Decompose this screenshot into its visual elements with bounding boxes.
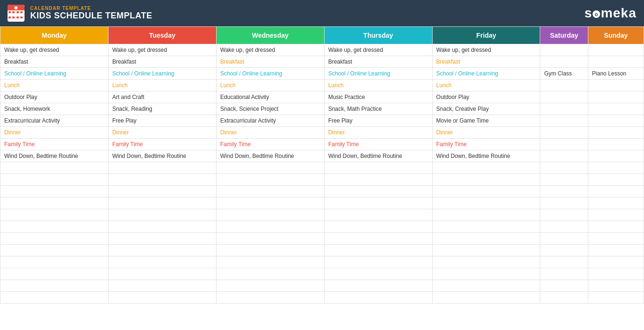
cell-friday-row9: Wind Down, Bedtime Routine xyxy=(432,150,540,162)
empty-cell-2-4 xyxy=(432,186,540,198)
table-row: LunchLunchLunchLunchLunch xyxy=(0,80,644,91)
empty-cell-1-3 xyxy=(324,174,432,186)
cell-monday-row9: Wind Down, Bedtime Routine xyxy=(0,150,109,162)
cell-thursday-row5: Snack, Math Practice xyxy=(324,103,432,115)
cell-monday-row4: Outdoor Play xyxy=(0,91,109,103)
cell-saturday-row4 xyxy=(540,91,588,103)
empty-cell-2-6 xyxy=(588,186,644,198)
empty-cell-2-0 xyxy=(0,186,109,198)
empty-cell-8-5 xyxy=(540,256,588,268)
empty-cell-5-0 xyxy=(0,221,109,233)
empty-cell-3-2 xyxy=(216,198,324,209)
empty-row xyxy=(0,245,644,256)
cell-friday-row6: Movie or Game Time xyxy=(432,115,540,127)
cell-friday-row5: Snack, Creative Play xyxy=(432,103,540,115)
empty-row xyxy=(0,186,644,198)
cell-tuesday-row2: School / Online Learning xyxy=(108,68,216,80)
days-header-row: Monday Tuesday Wednesday Thursday Friday… xyxy=(0,27,644,44)
cell-friday-row0: Wake up, get dressed xyxy=(432,44,540,56)
cell-wednesday-row9: Wind Down, Bedtime Routine xyxy=(216,150,324,162)
cell-wednesday-row0: Wake up, get dressed xyxy=(216,44,324,56)
empty-cell-1-5 xyxy=(540,174,588,186)
cell-monday-row0: Wake up, get dressed xyxy=(0,44,109,56)
empty-cell-2-2 xyxy=(216,186,324,198)
empty-cell-0-4 xyxy=(432,162,540,174)
empty-cell-0-5 xyxy=(540,162,588,174)
empty-cell-5-3 xyxy=(324,221,432,233)
empty-cell-8-4 xyxy=(432,256,540,268)
cell-tuesday-row5: Snack, Reading xyxy=(108,103,216,115)
cell-friday-row4: Outdoor Play xyxy=(432,91,540,103)
schedule-table: Monday Tuesday Wednesday Thursday Friday… xyxy=(0,26,644,304)
empty-cell-1-1 xyxy=(108,174,216,186)
empty-cell-4-1 xyxy=(108,209,216,221)
empty-cell-4-3 xyxy=(324,209,432,221)
table-row: Snack, HomeworkSnack, ReadingSnack, Scie… xyxy=(0,103,644,115)
empty-cell-0-6 xyxy=(588,162,644,174)
cell-wednesday-row5: Snack, Science Project xyxy=(216,103,324,115)
cell-friday-row7: Dinner xyxy=(432,127,540,139)
header-wednesday: Wednesday xyxy=(216,27,324,44)
table-row: DinnerDinnerDinnerDinnerDinner xyxy=(0,127,644,139)
cell-saturday-row6 xyxy=(540,115,588,127)
table-row: Extracurricular ActivityFree PlayExtracu… xyxy=(0,115,644,127)
cell-monday-row2: School / Online Learning xyxy=(0,68,109,80)
empty-cell-9-5 xyxy=(540,268,588,280)
empty-cell-11-4 xyxy=(432,292,540,304)
empty-cell-6-6 xyxy=(588,233,644,245)
empty-cell-8-6 xyxy=(588,256,644,268)
empty-row xyxy=(0,280,644,292)
empty-cell-7-0 xyxy=(0,245,109,256)
header-sunday: Sunday xyxy=(588,27,644,44)
cell-tuesday-row4: Art and Craft xyxy=(108,91,216,103)
empty-cell-10-1 xyxy=(108,280,216,292)
header-left: ▣ CALENDAR TEMPLATE KIDS SCHEDULE TEMPLA… xyxy=(8,5,152,22)
empty-row xyxy=(0,233,644,245)
empty-cell-9-3 xyxy=(324,268,432,280)
empty-cell-5-2 xyxy=(216,221,324,233)
cell-friday-row3: Lunch xyxy=(432,80,540,91)
empty-cell-10-5 xyxy=(540,280,588,292)
empty-cell-3-1 xyxy=(108,198,216,209)
cell-thursday-row7: Dinner xyxy=(324,127,432,139)
cell-saturday-row5 xyxy=(540,103,588,115)
empty-cell-11-3 xyxy=(324,292,432,304)
empty-cell-6-4 xyxy=(432,233,540,245)
table-row: Outdoor PlayArt and CraftEducational Act… xyxy=(0,91,644,103)
empty-cell-3-6 xyxy=(588,198,644,209)
empty-cell-6-3 xyxy=(324,233,432,245)
cell-thursday-row6: Free Play xyxy=(324,115,432,127)
cell-tuesday-row0: Wake up, get dressed xyxy=(108,44,216,56)
header-text: CALENDAR TEMPLATE KIDS SCHEDULE TEMPLATE xyxy=(30,6,152,21)
cell-sunday-row4 xyxy=(588,91,644,103)
cell-saturday-row7 xyxy=(540,127,588,139)
cell-sunday-row3 xyxy=(588,80,644,91)
table-row: BreakfastBreakfastBreakfastBreakfastBrea… xyxy=(0,56,644,68)
cell-sunday-row5 xyxy=(588,103,644,115)
empty-cell-3-3 xyxy=(324,198,432,209)
cell-wednesday-row4: Educational Activity xyxy=(216,91,324,103)
header-friday: Friday xyxy=(432,27,540,44)
cell-sunday-row6 xyxy=(588,115,644,127)
empty-cell-5-1 xyxy=(108,221,216,233)
empty-cell-4-0 xyxy=(0,209,109,221)
empty-cell-11-1 xyxy=(108,292,216,304)
empty-row xyxy=(0,162,644,174)
empty-row xyxy=(0,256,644,268)
empty-cell-5-4 xyxy=(432,221,540,233)
header-thursday: Thursday xyxy=(324,27,432,44)
cell-sunday-row1 xyxy=(588,56,644,68)
empty-cell-8-3 xyxy=(324,256,432,268)
empty-cell-10-6 xyxy=(588,280,644,292)
empty-row xyxy=(0,268,644,280)
empty-cell-0-0 xyxy=(0,162,109,174)
header-saturday: Saturday xyxy=(540,27,588,44)
empty-cell-2-3 xyxy=(324,186,432,198)
cell-wednesday-row3: Lunch xyxy=(216,80,324,91)
empty-cell-4-2 xyxy=(216,209,324,221)
empty-cell-4-5 xyxy=(540,209,588,221)
cell-tuesday-row1: Breakfast xyxy=(108,56,216,68)
empty-cell-9-0 xyxy=(0,268,109,280)
cell-thursday-row2: School / Online Learning xyxy=(324,68,432,80)
empty-cell-5-6 xyxy=(588,221,644,233)
